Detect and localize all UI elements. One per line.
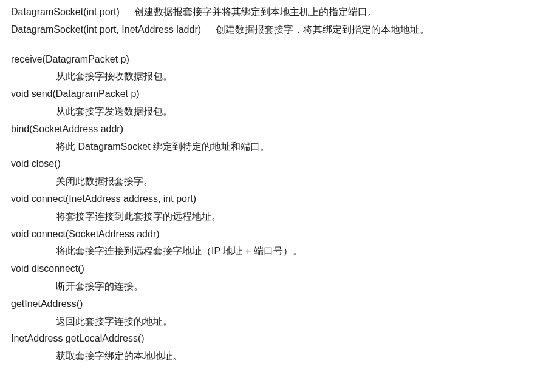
method-desc: 从此套接字接收数据报包。 bbox=[56, 68, 554, 86]
method-sig: getInetAddress() bbox=[11, 296, 554, 313]
constructor-sig: DatagramSocket(int port) bbox=[11, 4, 120, 21]
method-desc: 返回此套接字连接的地址。 bbox=[56, 313, 554, 331]
method-sig: bind(SocketAddress addr) bbox=[11, 121, 554, 138]
constructor-line: DatagramSocket(int port, InetAddress lad… bbox=[11, 21, 554, 39]
constructor-desc: 创建数据报套接字，将其绑定到指定的本地地址。 bbox=[216, 21, 429, 39]
method-sig: void disconnect() bbox=[11, 260, 554, 278]
method-desc: 将此 DatagramSocket 绑定到特定的地址和端口。 bbox=[56, 138, 554, 156]
method-sig: void send(DatagramPacket p) bbox=[11, 86, 554, 103]
method-desc: 从此套接字发送数据报包。 bbox=[56, 103, 554, 121]
method-sig: void connect(InetAddress address, int po… bbox=[11, 191, 554, 208]
method-sig: void close() bbox=[11, 155, 554, 173]
method-desc: 将套接字连接到此套接字的远程地址。 bbox=[56, 208, 554, 226]
method-desc: 将此套接字连接到远程套接字地址（IP 地址 + 端口号）。 bbox=[56, 243, 554, 260]
method-desc: 关闭此数据报套接字。 bbox=[56, 173, 554, 191]
constructor-line: DatagramSocket(int port) 创建数据报套接字并将其绑定到本… bbox=[11, 4, 554, 21]
method-desc: 获取套接字绑定的本地地址。 bbox=[56, 348, 554, 365]
constructor-sig: DatagramSocket(int port, InetAddress lad… bbox=[11, 21, 201, 39]
method-desc: 断开套接字的连接。 bbox=[56, 278, 554, 296]
method-sig: receive(DatagramPacket p) bbox=[11, 51, 554, 69]
method-sig: void connect(SocketAddress addr) bbox=[11, 226, 554, 243]
method-sig: InetAddress getLocalAddress() bbox=[11, 330, 554, 348]
constructor-desc: 创建数据报套接字并将其绑定到本地主机上的指定端口。 bbox=[134, 4, 377, 21]
